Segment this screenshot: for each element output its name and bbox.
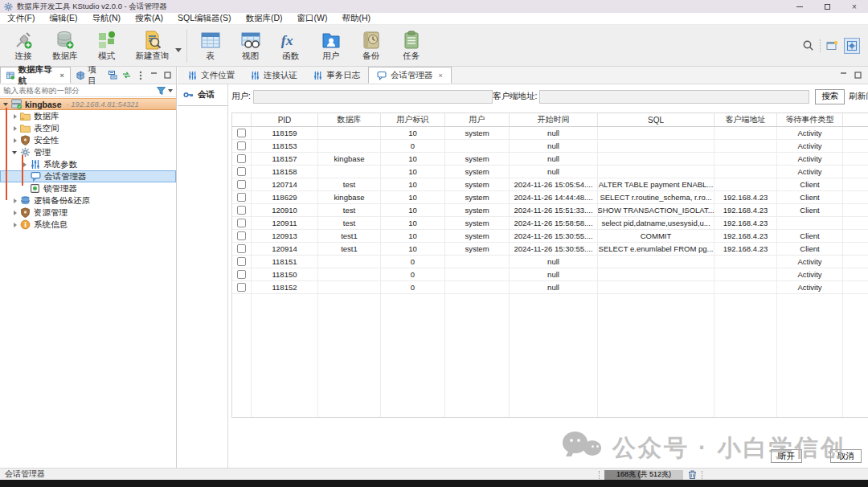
tree-item[interactable]: 管理 <box>0 146 176 158</box>
close-tab-icon[interactable]: × <box>439 72 443 80</box>
close-tab-icon[interactable]: × <box>59 72 63 80</box>
menu-item[interactable]: 导航(N) <box>84 13 128 24</box>
tree-item[interactable]: kingbase- 192.168.4.81:54321 <box>0 98 176 110</box>
minimize-view-icon[interactable] <box>840 71 847 80</box>
row-checkbox[interactable] <box>237 231 246 240</box>
window-minimize-button[interactable] <box>786 0 813 13</box>
tree-collapsed-arrow[interactable] <box>11 197 19 205</box>
garbage-collect-icon[interactable] <box>687 469 698 480</box>
new-query-dropdown-caret[interactable] <box>175 48 182 52</box>
user-filter-input[interactable] <box>253 90 493 104</box>
row-checkbox[interactable] <box>237 167 246 176</box>
menu-item[interactable]: 编辑(E) <box>42 13 84 24</box>
row-checkbox[interactable] <box>237 219 246 227</box>
window-close-button[interactable]: × <box>841 0 868 13</box>
table-row[interactable]: 11815910systemnullActivityLog <box>232 127 868 140</box>
tree-item[interactable]: 锁管理器 <box>0 182 176 194</box>
column-header[interactable]: 等待事件类型 <box>777 113 843 126</box>
column-header[interactable]: 开始时间 <box>510 113 598 126</box>
maximize-view-icon[interactable] <box>854 71 862 80</box>
toolbar-function-button[interactable]: fx 函数 <box>271 27 311 63</box>
menu-item[interactable]: 搜索(A) <box>128 13 170 24</box>
tree-item[interactable]: 会话管理器 <box>0 170 176 182</box>
collapse-all-icon[interactable] <box>108 71 117 80</box>
toolbar-user-button[interactable]: 用户 <box>311 27 351 63</box>
link-editor-icon[interactable] <box>122 71 131 80</box>
tree-collapsed-arrow[interactable] <box>11 221 19 229</box>
tab-connection-auth[interactable]: 连接认证 <box>243 67 305 84</box>
column-header[interactable]: 客户端地址 <box>714 113 777 126</box>
row-checkbox[interactable] <box>237 141 246 150</box>
tree-collapsed-arrow[interactable] <box>11 209 19 217</box>
row-checkbox[interactable] <box>237 180 246 189</box>
table-row[interactable]: 1181530nullActivityAu <box>232 140 868 153</box>
table-row[interactable]: 1181510nullActivityBg <box>232 256 868 268</box>
table-row[interactable]: 1181500nullActivityCh <box>232 268 868 281</box>
toolbar-view-button[interactable]: 视图 <box>231 27 271 63</box>
tree-item[interactable]: 资源管理 <box>0 207 176 219</box>
row-checkbox[interactable] <box>237 206 246 215</box>
row-checkbox[interactable] <box>237 244 246 253</box>
row-checkbox[interactable] <box>237 129 246 137</box>
toolbar-new-query-button[interactable]: 新建查询 <box>127 27 178 63</box>
maximize-view-icon[interactable] <box>163 71 172 80</box>
table-row[interactable]: 120714test10system2024-11-26 15:05:54...… <box>232 178 868 191</box>
toolbar-database-button[interactable]: 数据库 <box>43 27 87 63</box>
view-menu-icon[interactable] <box>136 71 145 80</box>
search-button[interactable]: 搜索 <box>815 89 845 104</box>
row-checkbox[interactable] <box>237 154 246 163</box>
table-row[interactable]: 120911test10system2024-11-26 15:58:58...… <box>232 217 868 230</box>
tree-filter-input[interactable] <box>3 86 157 95</box>
row-checkbox[interactable] <box>237 283 246 292</box>
cancel-button[interactable]: 取消 <box>830 449 862 463</box>
table-row[interactable]: 120914test110system2024-11-26 15:30:55..… <box>232 243 868 256</box>
tab-database-navigator[interactable]: 数据库导航 × <box>0 67 71 84</box>
tab-transaction-log[interactable]: 事务日志 <box>305 67 368 84</box>
menu-item[interactable]: 数据库(D) <box>239 13 290 24</box>
tree-item[interactable]: 表空间 <box>0 122 176 134</box>
row-checkbox[interactable] <box>237 270 246 279</box>
tab-project[interactable]: 项目 <box>71 67 108 84</box>
column-header[interactable] <box>843 113 868 126</box>
row-checkbox[interactable] <box>237 257 246 266</box>
toolbar-table-button[interactable]: 表 <box>190 27 231 63</box>
tab-session-manager[interactable]: 会话管理器 × <box>368 67 452 84</box>
table-row[interactable]: 1181520nullActivityW <box>232 281 868 294</box>
window-maximize-button[interactable] <box>813 0 841 13</box>
toolbar-connect-button[interactable]: 连接 <box>3 27 43 63</box>
tree-item[interactable]: 数据库 <box>0 110 176 122</box>
menu-item[interactable]: 帮助(H) <box>335 13 379 24</box>
table-row[interactable]: 120913test110system2024-11-26 15:30:55..… <box>232 230 868 243</box>
tree-item[interactable]: 系统信息 <box>0 219 176 231</box>
tab-file-location[interactable]: 文件位置 <box>180 67 243 84</box>
tree-collapsed-arrow[interactable] <box>11 125 19 133</box>
tree-item[interactable]: 系统参数 <box>0 158 176 170</box>
tree-item[interactable]: 逻辑备份&还原 <box>0 194 176 207</box>
session-side-tab[interactable]: 会话 <box>178 84 227 106</box>
table-row[interactable]: 118629kingbase10system2024-11-26 14:44:4… <box>232 191 868 204</box>
kstudio-perspective-icon[interactable] <box>844 38 860 54</box>
toolbar-schema-button[interactable]: 模式 <box>87 27 127 63</box>
filter-funnel-icon[interactable] <box>157 87 166 95</box>
table-row[interactable]: 120910test10system2024-11-26 15:51:33...… <box>232 204 868 217</box>
toolbar-task-button[interactable]: 任务 <box>391 27 432 63</box>
filter-caret-icon[interactable] <box>168 89 173 92</box>
column-header[interactable]: 用户 <box>445 113 510 126</box>
tree-expanded-arrow[interactable] <box>11 149 19 157</box>
table-row[interactable]: 11815810systemnullActivity <box>232 166 868 178</box>
column-header[interactable]: SQL <box>598 113 714 126</box>
row-checkbox[interactable] <box>237 193 246 202</box>
table-row[interactable]: 118157kingbase10systemnullActivity <box>232 153 868 166</box>
column-header[interactable]: 数据库 <box>318 113 381 126</box>
minimize-view-icon[interactable] <box>149 71 158 80</box>
search-icon[interactable] <box>802 39 814 51</box>
menu-item[interactable]: 文件(F) <box>0 13 42 24</box>
disconnect-button[interactable]: 断开 <box>771 449 802 463</box>
column-header[interactable]: PID <box>252 113 318 126</box>
client-address-input[interactable] <box>539 90 809 104</box>
column-header[interactable]: 用户标识 <box>381 113 445 126</box>
tree-collapsed-arrow[interactable] <box>11 137 19 145</box>
open-perspective-icon[interactable] <box>826 40 838 51</box>
tree-item[interactable]: 安全性 <box>0 134 176 146</box>
tree-collapsed-arrow[interactable] <box>11 113 19 121</box>
